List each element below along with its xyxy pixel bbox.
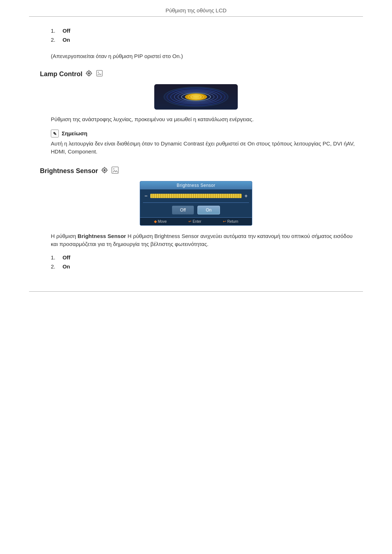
brightness-description: Η ρύθμιση Brightness Sensor Η ρύθμιση Br… bbox=[51, 232, 363, 249]
move-icon: ◆ bbox=[154, 219, 157, 224]
lamp-description: Ρύθμιση της ανάστροφης λυχνίας, προκειμέ… bbox=[51, 115, 363, 124]
gear-icon bbox=[85, 70, 93, 79]
brightness-list: 1. Off 2. On bbox=[51, 254, 363, 270]
lamp-note-box: ✎ Σημείωση Αυτή η λειτουργία δεν είναι δ… bbox=[51, 130, 363, 156]
osd-nav-enter: ↵ Enter bbox=[188, 219, 201, 224]
svg-point-14 bbox=[113, 168, 114, 169]
gear-icon-2 bbox=[101, 167, 108, 176]
note-header: ✎ Σημείωση bbox=[51, 130, 363, 138]
image-icon bbox=[111, 166, 119, 176]
page-header: Ρύθμιση της οθόνης LCD bbox=[29, 7, 363, 17]
svg-point-1 bbox=[98, 72, 99, 73]
osd-on-button[interactable]: On bbox=[197, 206, 220, 214]
pencil-icon bbox=[95, 69, 103, 79]
note-icon: ✎ bbox=[51, 130, 59, 138]
pip-list-item-2: 2. On bbox=[51, 37, 363, 43]
osd-title: Brightness Sensor bbox=[140, 181, 252, 189]
return-icon: ↩ bbox=[223, 219, 226, 224]
osd-nav-move: ◆ Move bbox=[154, 219, 167, 224]
brightness-list-item-1: 1. Off bbox=[51, 254, 363, 260]
brightness-sensor-heading: Brightness Sensor bbox=[40, 166, 363, 176]
pip-list: 1. Off 2. On bbox=[51, 28, 363, 43]
osd-plus: + bbox=[245, 193, 248, 199]
osd-nav-return: ↩ Return bbox=[223, 219, 238, 224]
osd-bar bbox=[150, 194, 242, 198]
osd-minus: − bbox=[144, 193, 147, 199]
lamp-image bbox=[29, 84, 363, 110]
svg-point-11 bbox=[193, 96, 199, 98]
note-text: Αυτή η λειτουργία δεν είναι διαθέσιμη ότ… bbox=[51, 140, 363, 156]
svg-rect-0 bbox=[97, 70, 102, 76]
brightness-osd-widget: Brightness Sensor − + Off On ◆ Move bbox=[29, 181, 363, 226]
brightness-sensor-section: Brightness Sensor Brightness Sensor bbox=[29, 166, 363, 270]
pip-list-item-1: 1. Off bbox=[51, 28, 363, 34]
lamp-control-heading: Lamp Control bbox=[40, 69, 363, 79]
lamp-control-section: Lamp Control bbox=[29, 69, 363, 156]
osd-off-button[interactable]: Off bbox=[172, 206, 194, 214]
enter-icon: ↵ bbox=[188, 219, 192, 224]
brightness-list-item-2: 2. On bbox=[51, 263, 363, 270]
pip-note: (Απενεργοποιείται όταν η ρύθμιση PIP ορι… bbox=[51, 53, 363, 59]
